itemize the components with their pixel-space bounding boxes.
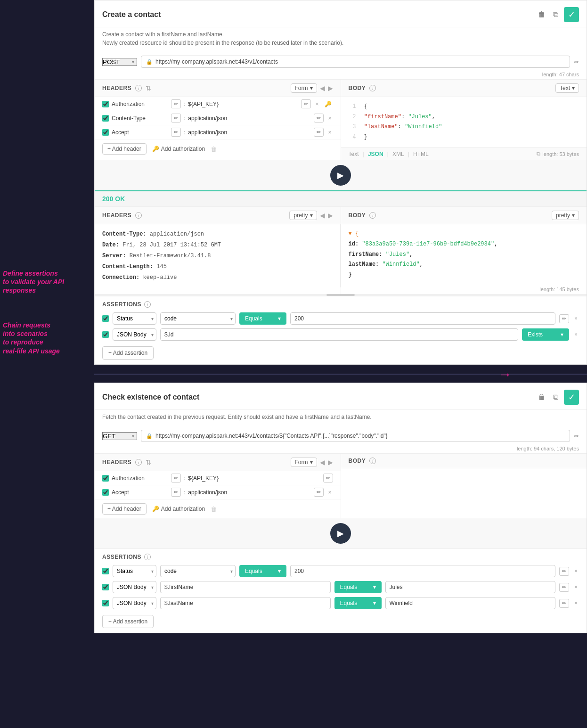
header2-edit-btn[interactable]: ✏ — [171, 114, 181, 123]
card2-url-input[interactable]: 🔒 https://my-company.apispark.net:443/v1… — [141, 430, 570, 442]
fmt-xml[interactable]: XML — [392, 151, 404, 157]
card1-method-wrapper[interactable]: POST GET PUT DELETE — [102, 58, 137, 66]
assert2-type-select[interactable]: JSON Body Status Header — [113, 328, 156, 341]
card2-url-edit-btn[interactable]: ✏ — [574, 433, 579, 440]
assert2-path-input[interactable] — [160, 328, 518, 341]
card2-add-auth-btn[interactable]: 🔑 Add authorization — [152, 506, 205, 512]
assert2-row3-cb[interactable] — [102, 600, 109, 606]
add-assertion2-btn[interactable]: + Add assertion — [102, 615, 154, 628]
assert1-type-wrapper[interactable]: Status JSON Body Header — [113, 312, 156, 325]
assert2-r3-edit-btn[interactable]: ✏ — [559, 599, 569, 608]
assert2-r2-value-input[interactable] — [385, 581, 556, 593]
assert2-r2-close-btn[interactable]: × — [573, 583, 579, 591]
card1-method-select[interactable]: POST GET PUT DELETE — [102, 58, 137, 66]
card2-copy-btn[interactable]: ⧉ — [551, 392, 560, 402]
header2-close-btn[interactable]: × — [326, 115, 333, 122]
assert2-operator-btn[interactable]: Exists ▾ — [522, 328, 569, 341]
card2-trash-btn[interactable]: 🗑 — [536, 392, 547, 402]
sort-icon2[interactable]: ⇅ — [146, 458, 151, 466]
card2-method-select[interactable]: GET POST PUT DELETE — [102, 432, 137, 440]
card2-header2-edit[interactable]: ✏ — [171, 488, 181, 497]
card1-trash-btn[interactable]: 🗑 — [536, 9, 547, 20]
assert2-r3-type-wrapper[interactable]: JSON Body Status — [113, 597, 156, 609]
assert1-path-select[interactable]: code — [160, 312, 236, 325]
card2-header2-close[interactable]: × — [326, 489, 333, 496]
assert2-r3-close-btn[interactable]: × — [573, 599, 579, 607]
assert2-r1-operator-btn[interactable]: Equals ▾ — [239, 565, 286, 577]
card2-header2-cb[interactable] — [102, 489, 109, 496]
assert2-r2-path-input[interactable] — [160, 581, 331, 593]
header3-val-edit-btn[interactable]: ✏ — [314, 128, 324, 137]
assert2-r3-path-input[interactable] — [160, 597, 331, 609]
card1-add-auth-btn[interactable]: 🔑 Add authorization — [152, 146, 205, 152]
resp1-body-pretty-dropdown[interactable]: pretty ▾ — [552, 211, 579, 220]
card1-text-dropdown[interactable]: Text ▾ — [555, 83, 579, 93]
fmt-text[interactable]: Text — [349, 151, 359, 157]
header3-checkbox[interactable] — [102, 129, 109, 136]
assert1-path-wrapper[interactable]: code — [160, 312, 236, 325]
assert2-row2-cb[interactable] — [102, 584, 109, 590]
header3-close-btn[interactable]: × — [326, 129, 333, 136]
assert2-r2-edit-btn[interactable]: ✏ — [559, 583, 569, 592]
card2-method-wrapper[interactable]: GET POST PUT DELETE — [102, 432, 137, 440]
header1-val-edit-btn[interactable]: ✏ — [301, 99, 311, 108]
assert2-r1-close-btn[interactable]: × — [573, 567, 579, 575]
header2-val-edit-btn[interactable]: ✏ — [314, 114, 324, 123]
card2-add-header-btn[interactable]: + Add header — [102, 503, 147, 515]
card2-header1-val-edit[interactable]: ✏ — [323, 474, 333, 483]
header1-key-btn[interactable]: 🔑 — [323, 100, 333, 108]
card2-header1-edit[interactable]: ✏ — [171, 474, 181, 483]
header1-edit-btn[interactable]: ✏ — [171, 99, 181, 108]
card1-copy-btn[interactable]: ⧉ — [551, 9, 560, 20]
card1-add-header-btn[interactable]: + Add header — [102, 143, 147, 155]
header3-edit-btn[interactable]: ✏ — [171, 128, 181, 137]
card2-header1-cb[interactable] — [102, 475, 109, 482]
resp1-pretty-dropdown[interactable]: pretty ▾ — [289, 211, 317, 220]
assert2-r1-type-select[interactable]: Status JSON Body — [113, 565, 156, 577]
assert1-value-input[interactable] — [290, 312, 555, 325]
add-assertion1-btn[interactable]: + Add assertion — [102, 346, 154, 360]
card1-form-dropdown[interactable]: Form ▾ — [291, 83, 317, 93]
header2-checkbox[interactable] — [102, 115, 109, 122]
card2-play-btn[interactable]: ▶ — [330, 523, 351, 544]
card2-check-btn[interactable]: ✓ — [564, 390, 579, 405]
assert1-type-select[interactable]: Status JSON Body Header — [113, 312, 156, 325]
assert2-row1-cb[interactable] — [102, 568, 109, 574]
fmt-json[interactable]: JSON — [368, 151, 383, 157]
card2-header2-val-edit[interactable]: ✏ — [314, 488, 324, 497]
card1-check-btn[interactable]: ✓ — [564, 7, 579, 22]
assert2-r2-operator-btn[interactable]: Equals ▾ — [334, 581, 382, 593]
header1-checkbox[interactable] — [102, 101, 109, 107]
assert1-row2-cb[interactable] — [102, 331, 109, 338]
card2-headers-next[interactable]: ▶ — [328, 458, 333, 466]
card2-headers-prev[interactable]: ◀ — [320, 458, 325, 466]
assert2-r2-type-select[interactable]: JSON Body Status — [113, 581, 156, 593]
assert2-r3-type-select[interactable]: JSON Body Status — [113, 597, 156, 609]
assert2-close-btn[interactable]: × — [573, 331, 579, 338]
card2-delete-all-btn[interactable]: 🗑 — [211, 506, 217, 513]
assert2-r1-path-select[interactable]: code — [160, 565, 236, 577]
assert2-r3-value-input[interactable] — [385, 597, 556, 609]
assert2-r1-path-wrapper[interactable]: code — [160, 565, 236, 577]
headers-prev-arrow[interactable]: ◀ — [320, 84, 325, 92]
assert2-type-wrapper[interactable]: JSON Body Status Header — [113, 328, 156, 341]
card1-url-input[interactable]: 🔒 https://my-company.apispark.net:443/v1… — [141, 56, 570, 68]
assert1-close-btn[interactable]: × — [573, 315, 579, 322]
scroll-handle[interactable] — [95, 294, 587, 296]
card2-form-dropdown[interactable]: Form ▾ — [291, 458, 317, 467]
card1-delete-all-btn[interactable]: 🗑 — [211, 146, 217, 153]
assert2-r1-value-input[interactable] — [290, 565, 555, 577]
assert2-r3-operator-btn[interactable]: Equals ▾ — [334, 597, 382, 609]
card1-url-edit-btn[interactable]: ✏ — [574, 58, 579, 65]
assert2-r1-edit-btn[interactable]: ✏ — [559, 567, 569, 576]
assert1-row1-cb[interactable] — [102, 315, 109, 322]
resp1-prev[interactable]: ◀ — [320, 212, 325, 219]
assert2-r2-type-wrapper[interactable]: JSON Body Status — [113, 581, 156, 593]
assert1-edit-btn[interactable]: ✏ — [559, 314, 569, 323]
fmt-html[interactable]: HTML — [413, 151, 429, 157]
header1-close-btn[interactable]: × — [314, 100, 320, 108]
card1-play-btn[interactable]: ▶ — [330, 165, 351, 186]
resp1-next[interactable]: ▶ — [328, 212, 333, 219]
sort-icon[interactable]: ⇅ — [146, 84, 151, 92]
assert2-r1-type-wrapper[interactable]: Status JSON Body — [113, 565, 156, 577]
